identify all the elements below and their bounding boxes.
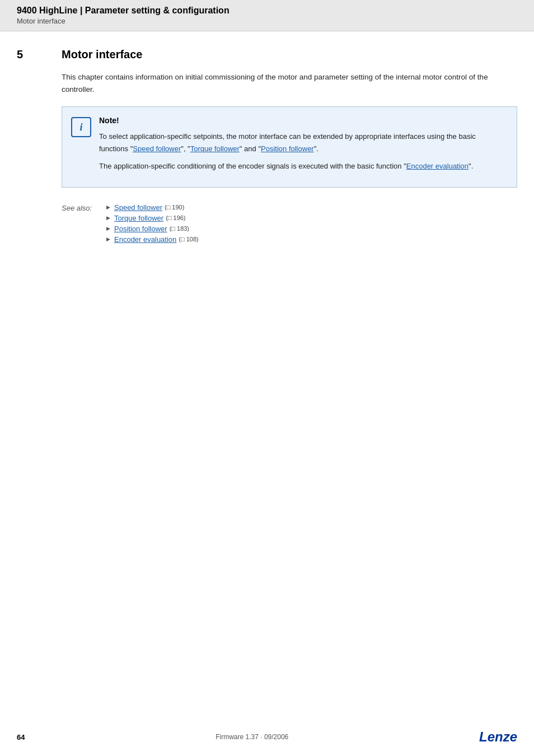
- see-also-torque-follower-link[interactable]: Torque follower: [114, 214, 163, 222]
- note-box: i Note! To select application-specific s…: [62, 106, 517, 187]
- position-follower-link-1[interactable]: Position follower: [261, 144, 314, 153]
- see-also-label: See also:: [62, 203, 106, 212]
- section-number: 5: [17, 48, 62, 61]
- info-icon: i: [71, 117, 91, 137]
- footer-page-number: 64: [17, 733, 25, 741]
- content-area: This chapter contains information on ini…: [62, 71, 517, 246]
- section-header: 5 Motor interface: [17, 48, 517, 61]
- see-also-item-speed: Speed follower (□ 190): [106, 203, 199, 212]
- see-also-encoder-evaluation-link[interactable]: Encoder evaluation: [114, 235, 176, 244]
- see-also-list: Speed follower (□ 190) Torque follower (…: [106, 203, 199, 246]
- header-subtitle: Motor interface: [17, 17, 517, 25]
- encoder-evaluation-link-1[interactable]: Encoder evaluation: [406, 162, 469, 170]
- see-also-item-encoder: Encoder evaluation (□ 108): [106, 235, 199, 244]
- note-heading: Note!: [99, 116, 505, 125]
- header-band: 9400 HighLine | Parameter setting & conf…: [0, 0, 534, 31]
- torque-follower-page: (□ 196): [166, 214, 185, 221]
- speed-follower-link-1[interactable]: Speed follower: [133, 144, 181, 153]
- intro-text: This chapter contains information on ini…: [62, 71, 517, 95]
- lenze-logo: Lenze: [479, 729, 517, 745]
- note-paragraph-1: To select application-specific setpoints…: [99, 130, 505, 155]
- speed-follower-page: (□ 190): [165, 204, 184, 211]
- main-content: 5 Motor interface This chapter contains …: [0, 31, 534, 279]
- footer-firmware: Firmware 1.37 · 09/2006: [216, 733, 288, 741]
- see-also-item-position: Position follower (□ 183): [106, 225, 199, 233]
- note-content: Note! To select application-specific set…: [99, 116, 505, 178]
- footer: 64 Firmware 1.37 · 09/2006 Lenze: [0, 729, 534, 745]
- see-also-position-follower-link[interactable]: Position follower: [114, 225, 167, 233]
- position-follower-page: (□ 183): [170, 225, 189, 232]
- see-also-item-torque: Torque follower (□ 196): [106, 214, 199, 222]
- see-also-section: See also: Speed follower (□ 190) Torque …: [62, 203, 517, 246]
- encoder-evaluation-page: (□ 108): [179, 236, 198, 242]
- torque-follower-link-1[interactable]: Torque follower: [190, 144, 240, 153]
- section-title: Motor interface: [62, 48, 142, 61]
- see-also-speed-follower-link[interactable]: Speed follower: [114, 203, 162, 212]
- note-paragraph-2: The application-specific conditioning of…: [99, 160, 505, 172]
- header-title: 9400 HighLine | Parameter setting & conf…: [17, 6, 517, 16]
